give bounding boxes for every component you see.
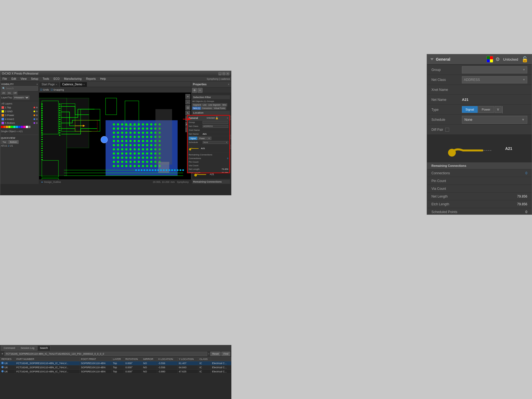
minimize-button[interactable]: _ xyxy=(218,72,222,75)
top-view-button[interactable]: Top xyxy=(1,140,8,144)
lp-schedule-dropdown[interactable]: None ▼ xyxy=(462,116,527,124)
zoom-out-button[interactable]: - xyxy=(185,99,190,104)
maximize-button[interactable]: □ xyxy=(222,72,226,75)
tab-start-close[interactable]: × xyxy=(56,83,57,86)
table-row[interactable]: U6 FCT16245_SOP5RE10X110-4BN_IC_74ALV...… xyxy=(0,370,231,374)
svg-point-97 xyxy=(146,136,148,138)
tab-start-page[interactable]: Start Page × xyxy=(39,82,60,87)
find-button[interactable]: Find xyxy=(221,352,230,356)
connectors-tab[interactable]: Connectors xyxy=(201,107,213,110)
app-title: OrCAD X Presto Professional xyxy=(2,72,217,75)
layer-search-bar[interactable]: 🔍 xyxy=(1,86,38,91)
menu-eco[interactable]: ECO xyxy=(52,77,61,80)
results-table: REFDES PART NUMBER FOOT PRINT LAYER ROTA… xyxy=(0,357,231,374)
menu-view[interactable]: View xyxy=(19,77,28,80)
off-button[interactable]: Off xyxy=(12,91,18,95)
line-tab[interactable]: Line xyxy=(202,103,207,106)
visibility-close[interactable]: × xyxy=(36,83,38,86)
zoomed-netname-value: A21 xyxy=(203,133,207,135)
zoomed-signal-button[interactable]: Signal xyxy=(189,137,197,140)
on-button[interactable]: On xyxy=(7,91,12,95)
nets-tab[interactable]: Nets (1) xyxy=(192,107,201,110)
search-tab[interactable]: Search xyxy=(37,346,50,351)
lp-signal-button[interactable]: Signal xyxy=(462,106,478,113)
zoomed-netclass-label: Net Class xyxy=(189,125,203,127)
zoomed-viacount-row: Via Count xyxy=(189,164,228,167)
wire-tab[interactable]: Wire xyxy=(221,103,227,106)
svg-point-141 xyxy=(129,152,132,155)
svg-point-193 xyxy=(135,169,137,171)
svg-rect-45 xyxy=(59,126,60,127)
palette-white xyxy=(26,126,28,128)
pcb-canvas[interactable]: Start Page × Cadence_Demo × ☑ Grids ☑ Sn… xyxy=(39,81,191,184)
virtual-points-tab[interactable]: Virtual Points xyxy=(213,107,226,110)
reset-button[interactable]: Reset xyxy=(210,352,221,356)
zoomed-xnetname-label: Xnet Name xyxy=(189,129,203,131)
svg-point-161 xyxy=(113,161,115,163)
layer-all-label: All Layers xyxy=(1,102,12,105)
layer-row-power: 3 Power xyxy=(1,113,38,117)
zoomed-v-button[interactable]: V xyxy=(207,137,211,140)
col-mirror: MIRROR xyxy=(142,357,157,361)
layer-dropdown[interactable]: PRIMARY xyxy=(13,96,29,99)
layer-dot2-bottom xyxy=(36,122,38,124)
menu-manufacturing[interactable]: Manufacturing xyxy=(63,77,83,80)
menu-tools[interactable]: Tools xyxy=(42,77,50,80)
svg-point-71 xyxy=(138,127,140,130)
view-2d-button[interactable]: 2D xyxy=(1,91,6,95)
row-indicator xyxy=(1,366,4,368)
results-container[interactable]: REFDES PART NUMBER FOOT PRINT LAYER ROTA… xyxy=(0,357,231,394)
properties-close-icon[interactable]: × xyxy=(228,83,229,86)
svg-point-167 xyxy=(138,161,140,163)
pcb-artwork[interactable]: + - ⊡ ↖ ╱ ⟺ T ● Design_Outline 20.955, 1… xyxy=(39,93,191,184)
lp-v-button[interactable]: V xyxy=(495,106,502,113)
snapping-control[interactable]: ☑ Snapping xyxy=(51,88,64,91)
menu-edit[interactable]: Edit xyxy=(10,77,17,80)
command-tab[interactable]: Command xyxy=(1,346,18,351)
search-query-input[interactable] xyxy=(4,352,207,356)
svg-point-54 xyxy=(117,123,119,126)
design-info: ● Design_Outline xyxy=(41,181,61,183)
zoom-in-button[interactable]: + xyxy=(185,94,190,99)
svg-point-175 xyxy=(121,165,123,167)
color-picker-icon[interactable] xyxy=(487,56,493,63)
canvas-tabs: Start Page × Cadence_Demo × xyxy=(39,81,191,87)
lock-icon[interactable]: 🔓 xyxy=(521,56,528,63)
zoomed-group-input[interactable] xyxy=(203,121,228,124)
zoomed-conn-label: Connections xyxy=(189,157,227,160)
lp-group-dropdown[interactable]: ▼ xyxy=(462,66,527,73)
prop-new-button[interactable]: + xyxy=(198,88,203,93)
session-log-tab[interactable]: Session Log xyxy=(18,346,37,351)
zoomed-connections-row: Connections 0 xyxy=(189,157,228,160)
segment-tab[interactable]: Segment xyxy=(192,103,202,106)
tab-cadence-close[interactable]: × xyxy=(83,83,85,86)
menu-setup[interactable]: Setup xyxy=(30,77,39,80)
components-section: Quickview Top Bottom All U1 1 U1 xyxy=(1,135,38,147)
layer-search-input[interactable] xyxy=(6,87,37,90)
lp-netclass-dropdown[interactable]: ADDRESS ▼ xyxy=(462,76,527,83)
close-button[interactable]: × xyxy=(226,72,229,75)
zoomed-schedule-dropdown[interactable]: None ▼ xyxy=(203,141,228,144)
table-row[interactable]: U6 FCT16245_SOP5RE10X110-4BN_IC_74ALV...… xyxy=(0,365,231,370)
grids-control[interactable]: ☑ Grids xyxy=(40,88,49,91)
search-clear-icon[interactable]: × xyxy=(208,352,209,355)
lp-netname-value: A21 xyxy=(462,98,469,102)
zoom-fit-button[interactable]: ⊡ xyxy=(185,105,190,110)
svg-rect-17 xyxy=(41,121,43,122)
lp-power-button[interactable]: Power xyxy=(478,106,494,113)
lp-diffpair-checkbox[interactable] xyxy=(445,128,449,132)
zoomed-close-icon[interactable]: × xyxy=(227,117,228,119)
bottom-view-button[interactable]: Bottom xyxy=(8,140,19,144)
prop-filter-button[interactable]: ⚙ xyxy=(192,88,197,93)
lp-type-extra-input xyxy=(502,106,503,113)
layer-color-inner2 xyxy=(1,118,4,121)
menu-reports[interactable]: Reports xyxy=(85,77,97,80)
cell-footprint: SOP5RE10X110-4BN xyxy=(80,361,112,365)
tab-cadence-demo[interactable]: Cadence_Demo × xyxy=(60,82,88,87)
col-rotation: ROTATION xyxy=(124,357,142,361)
table-row[interactable]: U6 FCT16245_SOP5RE10X110-4BN_IC_74ALV...… xyxy=(0,361,231,365)
menu-file[interactable]: File xyxy=(1,77,8,80)
zoomed-power-button[interactable]: Power xyxy=(198,137,206,140)
svg-point-74 xyxy=(150,127,152,130)
menu-help[interactable]: Help xyxy=(99,77,107,80)
